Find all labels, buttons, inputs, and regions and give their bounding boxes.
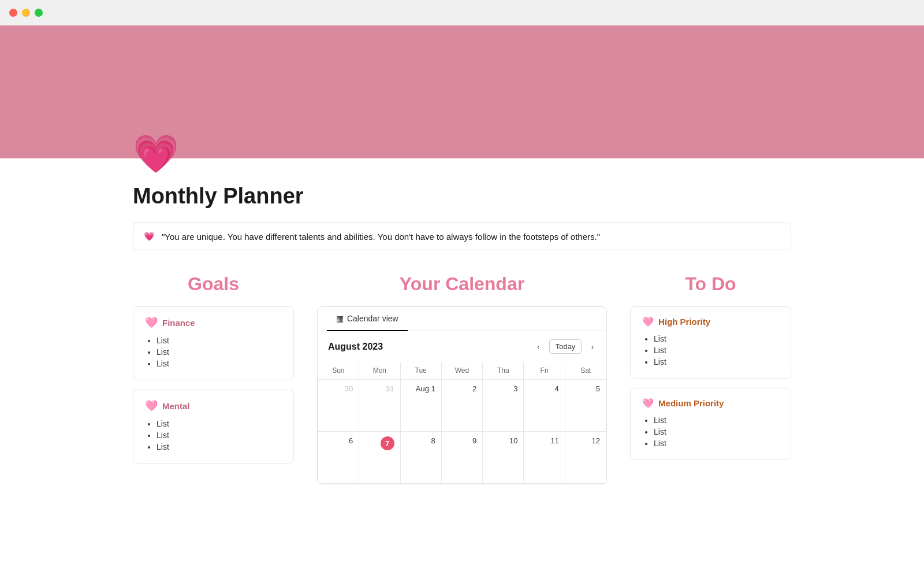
minimize-button[interactable]: [22, 9, 30, 17]
list-item: List: [654, 416, 779, 425]
day-number: 5: [596, 384, 600, 393]
titlebar: [0, 0, 924, 25]
calendar-day[interactable]: 31: [359, 380, 400, 432]
calendar-nav: ‹ Today ›: [535, 339, 596, 354]
calendar-week-row: 30 31 Aug 1 2 3: [318, 380, 606, 432]
calendar-grid: Sun Mon Tue Wed Thu Fri Sat: [318, 362, 606, 484]
weekday-sun: Sun: [318, 362, 359, 380]
day-number: 6: [349, 436, 353, 445]
list-item: List: [157, 359, 282, 368]
page-content: 💗 Monthly Planner 💗 "You are unique. You…: [87, 135, 837, 484]
quote-text: "You are unique. You have different tale…: [162, 232, 600, 242]
weekday-sat: Sat: [565, 362, 606, 380]
calendar-day[interactable]: 12: [565, 432, 606, 484]
calendar-day[interactable]: 9: [441, 432, 482, 484]
list-item: List: [157, 347, 282, 357]
goals-section-title: Goals: [133, 273, 294, 295]
calendar-day[interactable]: 6: [318, 432, 359, 484]
calendar-tab-label: Calendar view: [347, 314, 398, 323]
finance-title: Finance: [162, 318, 195, 328]
weekday-tue: Tue: [400, 362, 441, 380]
mental-list: List List List: [145, 419, 282, 451]
next-month-button[interactable]: ›: [588, 340, 596, 354]
quote-icon: 💗: [144, 231, 155, 242]
calendar-day[interactable]: 4: [524, 380, 565, 432]
calendar-weekday-row: Sun Mon Tue Wed Thu Fri Sat: [318, 362, 606, 380]
mental-icon: 🩷: [145, 399, 158, 412]
high-priority-title: High Priority: [658, 317, 710, 327]
medium-priority-card: 🩷 Medium Priority List List List: [630, 388, 791, 460]
high-priority-card: 🩷 High Priority List List List: [630, 306, 791, 379]
todo-section-title: To Do: [630, 273, 791, 295]
prev-month-button[interactable]: ‹: [535, 340, 542, 354]
calendar-tabs: ▦ Calendar view: [318, 307, 606, 331]
maximize-button[interactable]: [35, 9, 43, 17]
calendar-day[interactable]: 3: [483, 380, 524, 432]
calendar-view-tab[interactable]: ▦ Calendar view: [327, 307, 408, 331]
day-number: Aug 1: [416, 384, 435, 393]
goals-column: Goals 🩷 Finance List List List 🩷 Mental: [133, 273, 294, 473]
calendar-day[interactable]: 11: [524, 432, 565, 484]
high-priority-list: List List List: [642, 334, 779, 366]
weekday-fri: Fri: [524, 362, 565, 380]
finance-card-header: 🩷 Finance: [145, 316, 282, 329]
day-number: 12: [592, 436, 600, 445]
calendar-container: ▦ Calendar view August 2023 ‹ Today ›: [317, 306, 607, 484]
close-button[interactable]: [9, 9, 17, 17]
calendar-month: August 2023: [328, 342, 383, 352]
list-item: List: [654, 334, 779, 343]
list-item: List: [157, 419, 282, 428]
day-number: 10: [509, 436, 517, 445]
medium-priority-icon: 🩷: [642, 398, 654, 409]
medium-priority-header: 🩷 Medium Priority: [642, 398, 779, 409]
quote-block: 💗 "You are unique. You have different ta…: [133, 223, 791, 250]
list-item: List: [654, 439, 779, 448]
calendar-section-title: Your Calendar: [317, 273, 607, 295]
calendar-day[interactable]: 2: [441, 380, 482, 432]
weekday-thu: Thu: [483, 362, 524, 380]
medium-priority-list: List List List: [642, 416, 779, 448]
weekday-wed: Wed: [441, 362, 482, 380]
medium-priority-title: Medium Priority: [658, 398, 724, 408]
page-title: Monthly Planner: [133, 184, 791, 209]
calendar-day-today[interactable]: 7: [359, 432, 400, 484]
finance-icon: 🩷: [145, 316, 158, 329]
list-item: List: [157, 431, 282, 440]
mental-title: Mental: [162, 401, 190, 411]
day-number: 8: [431, 436, 435, 445]
day-number: 31: [386, 384, 394, 393]
calendar-day[interactable]: 8: [400, 432, 441, 484]
day-number: 9: [472, 436, 476, 445]
day-number: 2: [472, 384, 476, 393]
weekday-mon: Mon: [359, 362, 400, 380]
page-icon: 💗: [133, 135, 791, 172]
calendar-week-row: 6 7 8 9 10: [318, 432, 606, 484]
calendar-day[interactable]: Aug 1: [400, 380, 441, 432]
calendar-day[interactable]: 5: [565, 380, 606, 432]
calendar-day[interactable]: 30: [318, 380, 359, 432]
list-item: List: [654, 346, 779, 355]
high-priority-icon: 🩷: [642, 316, 654, 327]
calendar-tab-icon: ▦: [336, 314, 344, 323]
list-item: List: [654, 427, 779, 436]
today-day-number: 7: [381, 436, 394, 450]
day-number: 4: [554, 384, 558, 393]
day-number: 3: [513, 384, 517, 393]
main-columns: Goals 🩷 Finance List List List 🩷 Mental: [133, 273, 791, 484]
list-item: List: [654, 357, 779, 366]
todo-column: To Do 🩷 High Priority List List List 🩷 M…: [630, 273, 791, 469]
finance-list: List List List: [145, 336, 282, 368]
day-number: 11: [550, 436, 558, 445]
calendar-column: Your Calendar ▦ Calendar view August 202…: [317, 273, 607, 484]
calendar-day[interactable]: 10: [483, 432, 524, 484]
today-button[interactable]: Today: [549, 339, 582, 354]
list-item: List: [157, 442, 282, 451]
high-priority-header: 🩷 High Priority: [642, 316, 779, 327]
mental-card-header: 🩷 Mental: [145, 399, 282, 412]
finance-card: 🩷 Finance List List List: [133, 306, 294, 380]
calendar-header: August 2023 ‹ Today ›: [318, 331, 606, 362]
mental-card: 🩷 Mental List List List: [133, 390, 294, 464]
list-item: List: [157, 336, 282, 345]
day-number: 30: [345, 384, 353, 393]
